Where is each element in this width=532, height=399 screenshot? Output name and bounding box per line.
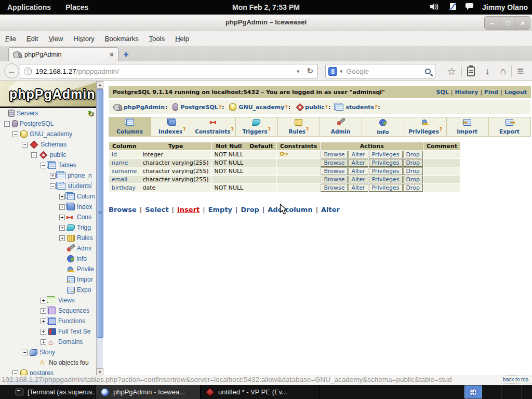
tab-columns[interactable]: Columns — [109, 117, 151, 136]
sidebar-item-public[interactable]: − public — [0, 150, 96, 160]
url-dropdown-icon[interactable]: ▾ — [294, 68, 302, 75]
menu-tools[interactable]: Tools — [144, 35, 170, 43]
expander[interactable]: + — [41, 339, 46, 345]
reload-icon[interactable]: ↻ — [302, 66, 317, 76]
drop-link[interactable]: Drop — [241, 206, 259, 214]
maximize-button[interactable]: □ — [500, 17, 515, 29]
sidebar-item-tables[interactable]: − Tables — [0, 160, 96, 170]
help-link[interactable]: ? — [219, 104, 221, 110]
help-link[interactable]: ? — [285, 104, 287, 110]
sidebar-item-servers[interactable]: Servers ↻ — [0, 108, 96, 118]
alter-link[interactable]: Alter — [321, 206, 340, 214]
expander[interactable]: + — [41, 308, 46, 314]
browse-button[interactable]: Browse — [321, 159, 348, 167]
sidebar-item-info[interactable]: Info — [0, 254, 96, 264]
expander[interactable]: − — [41, 163, 46, 168]
user-menu[interactable]: Jimmy Olano — [482, 3, 528, 11]
url-bar[interactable]: 192.168.1.27/phppgadmin/ ▾ ↻ — [20, 64, 318, 78]
add-column-link[interactable]: Add column — [268, 206, 312, 214]
tab-import[interactable]: Import — [447, 117, 488, 136]
input-pen-icon[interactable] — [447, 3, 457, 12]
tray-browser-icon[interactable] — [464, 385, 482, 398]
menu-help[interactable]: Help — [170, 35, 194, 43]
help-link[interactable]: ? — [325, 104, 328, 110]
sidebar-item-admin[interactable]: Admi — [0, 243, 96, 254]
task-terminal[interactable]: [Terminal (as superus... — [0, 385, 96, 399]
search-input[interactable]: 8 ▾ Google — [325, 64, 435, 78]
tab-indexes[interactable]: Indexes? — [151, 117, 193, 136]
logout-link[interactable]: Logout — [504, 89, 527, 96]
new-tab-button[interactable]: + — [124, 50, 128, 59]
expander[interactable]: + — [50, 173, 56, 179]
expander[interactable]: − — [4, 121, 10, 127]
breadcrumb-gnu-academy[interactable]: GNU_academy? — [229, 103, 290, 111]
refresh-icon[interactable]: ↻ — [87, 109, 94, 118]
drop-button[interactable]: Drop — [403, 176, 423, 183]
expander[interactable]: + — [41, 298, 46, 303]
help-link[interactable]: ? — [375, 104, 377, 110]
drop-button[interactable]: Drop — [403, 184, 423, 192]
expander[interactable]: − — [22, 142, 28, 148]
expander[interactable]: + — [59, 225, 65, 231]
sidebar-item-sequences[interactable]: + Sequences — [0, 305, 96, 316]
sql-link[interactable]: SQL — [436, 89, 449, 96]
sidebar-item-constraints[interactable]: + Cons — [0, 212, 96, 222]
sidebar-item-import[interactable]: Impor — [0, 274, 96, 285]
breadcrumb-students[interactable]: students? — [336, 104, 380, 111]
sidebar-item-export[interactable]: Expo — [0, 285, 96, 295]
tab-triggers[interactable]: Triggers? — [236, 117, 277, 136]
history-link[interactable]: History — [455, 89, 478, 96]
google-logo-icon[interactable]: 8 — [328, 67, 337, 76]
menu-bookmarks[interactable]: Bookmarks — [100, 35, 144, 43]
back-button[interactable]: ← — [4, 63, 19, 78]
back-to-top-link[interactable]: back to top — [501, 376, 530, 383]
privileges-button[interactable]: Privileges — [369, 184, 403, 192]
chat-icon[interactable] — [465, 3, 474, 12]
task-vp-editor[interactable]: untitled * - VP PE (Ev... — [201, 385, 320, 399]
browse-link[interactable]: Browse — [109, 206, 137, 214]
alter-button[interactable]: Alter — [348, 167, 368, 175]
menu-view[interactable]: View — [43, 35, 68, 43]
sidebar-item-views[interactable]: + Views — [0, 295, 96, 305]
drop-button[interactable]: Drop — [403, 159, 423, 167]
sidebar-item-gnu-academy[interactable]: − GNU_academy — [0, 129, 96, 139]
column-name-link[interactable]: email — [109, 176, 140, 183]
sidebar-item-slony[interactable]: − Slony — [0, 347, 96, 357]
tab-rules[interactable]: Rules? — [278, 117, 320, 136]
sidebar-item-domains[interactable]: + Domains — [0, 337, 96, 347]
tab-info[interactable]: Info — [362, 117, 404, 136]
alter-button[interactable]: Alter — [348, 151, 368, 158]
home-icon[interactable]: ⌂ — [495, 65, 511, 77]
expander[interactable]: − — [31, 152, 37, 158]
breadcrumb-postgresql[interactable]: PostgreSQL? — [172, 103, 224, 111]
expander[interactable]: − — [12, 131, 18, 137]
privileges-button[interactable]: Privileges — [369, 159, 403, 167]
column-name-link[interactable]: birthday — [109, 184, 140, 192]
sidebar-item-functions[interactable]: + Functions — [0, 316, 96, 326]
browse-button[interactable]: Browse — [321, 167, 348, 175]
alter-button[interactable]: Alter — [348, 159, 368, 167]
bookmark-star-icon[interactable]: ☆ — [442, 65, 461, 77]
sidebar-item-triggers[interactable]: + Trigg — [0, 222, 96, 233]
sidebar-vertical-scrollbar[interactable]: ▲ ▼ — [96, 81, 103, 377]
tab-admin[interactable]: Admin — [320, 117, 362, 136]
close-button[interactable]: × — [515, 17, 530, 29]
sidebar-item-postgresql[interactable]: − PostgreSQL — [0, 118, 96, 129]
downloads-icon[interactable]: ↓ — [480, 66, 495, 77]
minimize-button[interactable]: – — [485, 17, 500, 29]
browse-button[interactable]: Browse — [321, 184, 348, 192]
sidebar-item-columns[interactable]: + Colum — [0, 191, 96, 202]
expander[interactable]: + — [41, 318, 46, 324]
search-icon[interactable] — [425, 69, 431, 74]
sidebar-item-students[interactable]: − students — [0, 181, 96, 191]
vertical-scroll-thumb[interactable] — [97, 89, 103, 338]
alter-button[interactable]: Alter — [348, 184, 368, 192]
privileges-button[interactable]: Privileges — [369, 176, 403, 183]
sidebar-item-phone-n[interactable]: + phone_n — [0, 170, 96, 181]
bookmarks-menu-icon[interactable] — [467, 66, 475, 76]
alter-button[interactable]: Alter — [348, 176, 368, 183]
breadcrumb-public[interactable]: public? — [296, 104, 330, 111]
sidebar-item-schemas[interactable]: − Schemas — [0, 139, 96, 150]
expander[interactable]: + — [41, 329, 46, 335]
task-iceweasel[interactable]: phpPgAdmin - Icewea... — [96, 385, 201, 399]
